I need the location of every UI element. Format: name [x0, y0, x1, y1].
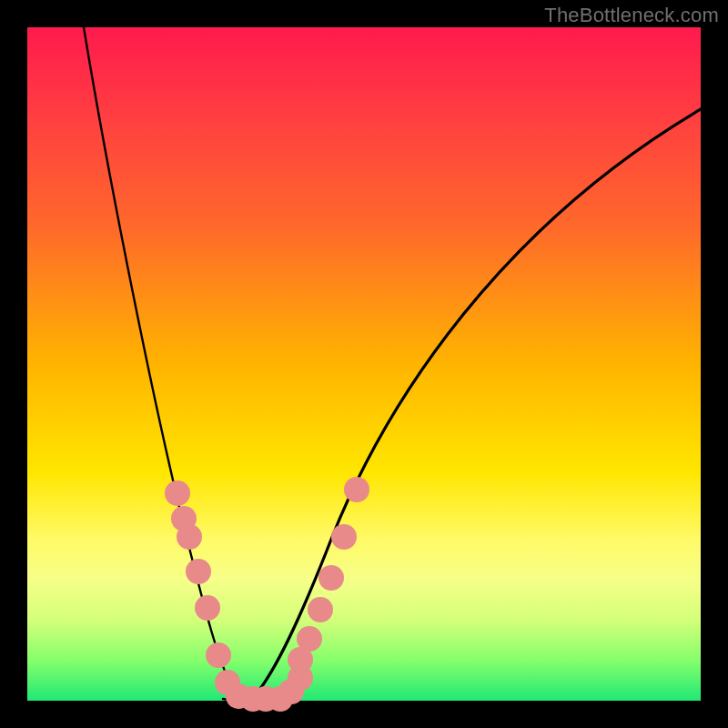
highlight-dot — [177, 524, 202, 550]
highlight-dot — [297, 626, 322, 652]
highlight-dot — [165, 480, 190, 506]
highlight-dot — [186, 559, 211, 584]
watermark-text: TheBottleneck.com — [544, 4, 719, 27]
highlight-dot — [206, 642, 231, 668]
highlight-dot — [308, 597, 333, 622]
highlight-dot — [344, 477, 369, 502]
curve-layer — [27, 27, 701, 701]
chart-frame: TheBottleneck.com — [0, 0, 728, 728]
plot-area — [27, 27, 701, 701]
highlight-dot — [195, 595, 220, 621]
highlight-dot — [318, 565, 344, 591]
highlight-dot — [331, 524, 357, 550]
